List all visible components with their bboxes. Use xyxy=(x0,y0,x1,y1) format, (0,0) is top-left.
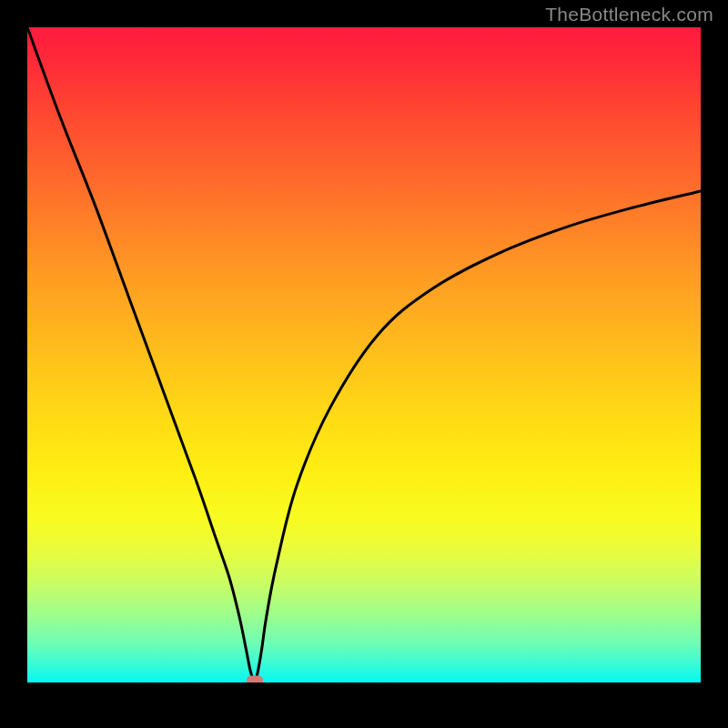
watermark-text: TheBottleneck.com xyxy=(545,4,713,25)
chart-container xyxy=(27,27,701,682)
bottleneck-curve xyxy=(27,27,701,682)
optimal-point-marker xyxy=(247,675,263,682)
